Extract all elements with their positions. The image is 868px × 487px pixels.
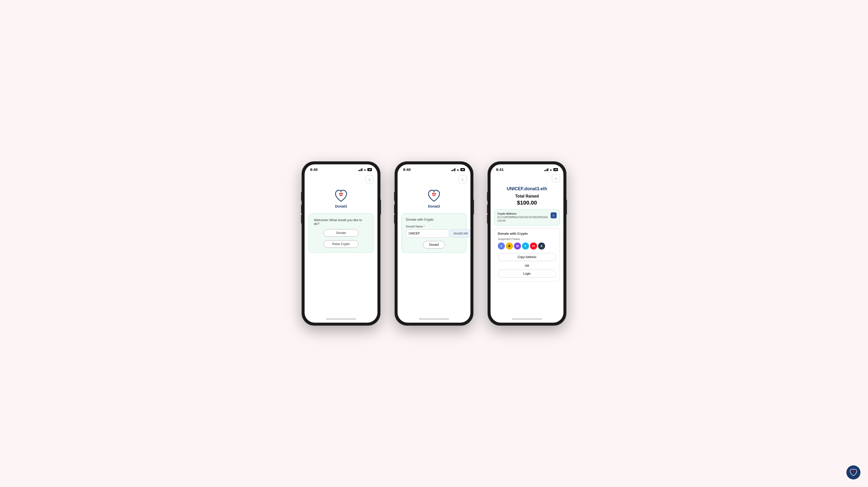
phone-1-screen: 8:40 ▲ 48 ⌂ (305, 164, 377, 323)
screen-content-2: ⌂ Donat3 Donate with Crypto (398, 173, 470, 315)
copy-address-button[interactable]: Copy Address (498, 253, 556, 261)
home-indicator-1 (305, 315, 377, 323)
signal-icon-3 (544, 168, 549, 171)
phones-container: 8:40 ▲ 48 ⌂ (302, 162, 566, 325)
crypto-address-box: Crypto Address: 0x7c1d8FB8fB6faC59d1DE10… (494, 210, 560, 225)
chain-icon-arb: A (538, 243, 545, 249)
status-bar-3: 8:41 ▲ 48 (491, 164, 563, 173)
time-1: 8:40 (310, 168, 318, 172)
screen-content-3: ⌂ UNICEF.donat3.eth Total Raised $100.00… (491, 173, 563, 315)
status-icons-3: ▲ 48 (544, 168, 558, 172)
svg-rect-11 (853, 470, 854, 470)
svg-point-3 (339, 194, 340, 195)
svg-point-9 (435, 194, 436, 195)
signal-icon-1 (359, 168, 363, 171)
phone-2: 8:40 ▲ 48 ⌂ (395, 162, 473, 325)
donate-section: Donate with Crypto Supported Chains Ξ B … (494, 228, 560, 281)
status-icons-1: ▲ 48 (359, 168, 372, 172)
raise-crypto-button[interactable]: Raise Crypto (323, 240, 359, 248)
home-bar-3 (512, 318, 542, 319)
or-divider: OR (498, 264, 556, 268)
logo-text-2: Donat3 (428, 204, 440, 208)
donate-button[interactable]: Donate (323, 229, 359, 237)
total-raised-label: Total Raised (494, 194, 560, 199)
svg-rect-2 (341, 195, 342, 196)
field-label: Donat3 Name * (406, 225, 462, 228)
status-bar-1: 8:40 ▲ 48 (305, 164, 377, 173)
svg-rect-1 (341, 192, 342, 192)
home-indicator-3 (491, 315, 563, 323)
donat3-logo-1 (334, 188, 348, 203)
copy-icon-button[interactable]: ⎘ (551, 212, 557, 218)
logo-area-2: Donat3 (427, 188, 441, 208)
svg-rect-0 (339, 193, 343, 194)
bottom-right-logo (846, 465, 861, 480)
status-icons-2: ▲ 48 (451, 168, 465, 172)
donat3-logo-bottom (849, 468, 858, 477)
time-3: 8:41 (496, 168, 504, 172)
svg-point-4 (342, 194, 343, 195)
chain-icon-matic: M (514, 243, 521, 249)
svg-point-8 (432, 194, 433, 195)
status-bar-2: 8:40 ▲ 48 (398, 164, 470, 173)
screen-content-1: ⌂ Donat3 Welcome! What would you (305, 173, 377, 315)
wifi-icon-1: ▲ (363, 168, 366, 172)
svg-rect-12 (853, 472, 854, 473)
phone-3-screen: 8:41 ▲ 48 ⌂ UNICEF.donat3.eth Total Rais… (491, 164, 563, 323)
svg-point-14 (854, 472, 855, 472)
donat3-name-input[interactable] (406, 230, 449, 238)
donate-card: Donate with Crypto Donat3 Name * .donat3… (402, 213, 466, 253)
chain-icon-eth: Ξ (498, 243, 505, 249)
signal-icon-2 (451, 168, 456, 171)
home-nav-3[interactable]: ⌂ (552, 174, 560, 182)
svg-rect-10 (852, 471, 855, 471)
chain-icons: Ξ B M F OP A (498, 243, 556, 249)
donate-card-title: Donate with Crypto (406, 218, 462, 221)
battery-1: 48 (367, 168, 372, 171)
home-nav-2[interactable]: ⌂ (458, 175, 466, 183)
home-bar-1 (326, 318, 356, 319)
total-amount: $100.00 (494, 200, 560, 206)
svg-rect-6 (434, 192, 434, 192)
time-2: 8:40 (403, 168, 411, 172)
chain-icon-ftm: F (522, 243, 529, 249)
domain-suffix: .donat3.eth (450, 230, 470, 238)
donate-section-title: Donate with Crypto (498, 232, 556, 236)
logo-area-1: Donat3 (334, 188, 348, 208)
logo-text-1: Donat3 (335, 204, 347, 208)
svg-rect-7 (434, 195, 434, 196)
wifi-icon-3: ▲ (549, 168, 552, 172)
supported-chains-label: Supported Chains (498, 238, 556, 241)
chain-icon-op: OP (530, 243, 537, 249)
svg-point-13 (852, 472, 853, 472)
required-star: * (424, 225, 425, 228)
home-indicator-2 (398, 315, 470, 323)
battery-3: 48 (553, 168, 558, 171)
name-input-row: .donat3.eth (406, 230, 462, 238)
address-content: Crypto Address: 0x7c1d8FB8fB6faC59d1DE10… (497, 212, 549, 223)
home-nav-1[interactable]: ⌂ (365, 175, 373, 183)
welcome-message: Welcome! What would you like to do? (314, 218, 368, 226)
donat3-logo-2 (427, 188, 441, 203)
phone-1: 8:40 ▲ 48 ⌂ (302, 162, 380, 325)
donat3-submit-button[interactable]: Donat3 (423, 241, 445, 248)
phone-3: 8:41 ▲ 48 ⌂ UNICEF.donat3.eth Total Rais… (488, 162, 566, 325)
wifi-icon-2: ▲ (456, 168, 459, 172)
address-value: 0x7c1d8FB8fB6faC59d1DE10C9bE00f816d4125c… (497, 216, 549, 223)
phone-2-screen: 8:40 ▲ 48 ⌂ (398, 164, 470, 323)
ens-name: UNICEF.donat3.eth (494, 186, 560, 191)
welcome-card: Welcome! What would you like to do? Dona… (309, 213, 373, 252)
login-button[interactable]: Login (498, 270, 556, 278)
home-bar-2 (419, 318, 449, 319)
battery-2: 48 (460, 168, 465, 171)
chain-icon-bnb: B (506, 243, 513, 249)
address-label: Crypto Address: (497, 212, 549, 215)
svg-rect-5 (432, 193, 436, 194)
